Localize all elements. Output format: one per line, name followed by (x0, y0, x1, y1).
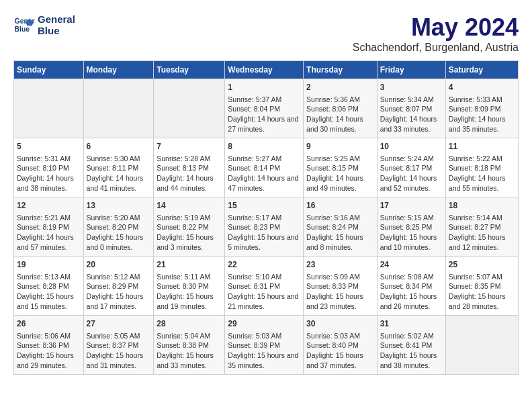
calendar-cell: 1Sunrise: 5:37 AMSunset: 8:04 PMDaylight… (225, 79, 304, 138)
weekday-header-row: Sunday Monday Tuesday Wednesday Thursday… (14, 61, 519, 79)
day-number: 24 (380, 259, 443, 271)
calendar-cell: 15Sunrise: 5:17 AMSunset: 8:23 PMDayligh… (225, 197, 304, 257)
calendar-cell (83, 79, 154, 138)
daylight-text: Daylight: 15 hours and 19 minutes. (157, 292, 214, 310)
calendar-table: Sunday Monday Tuesday Wednesday Thursday… (13, 60, 519, 375)
daylight-text: Daylight: 15 hours and 37 minutes. (306, 351, 363, 369)
daylight-text: Daylight: 15 hours and 38 minutes. (380, 351, 437, 369)
calendar-cell: 25Sunrise: 5:07 AMSunset: 8:35 PMDayligh… (445, 257, 518, 316)
calendar-cell: 20Sunrise: 5:12 AMSunset: 8:29 PMDayligh… (83, 257, 154, 316)
sunset-text: Sunset: 8:29 PM (87, 282, 139, 290)
calendar-cell: 19Sunrise: 5:13 AMSunset: 8:28 PMDayligh… (14, 257, 84, 316)
calendar-cell: 7Sunrise: 5:28 AMSunset: 8:13 PMDaylight… (154, 138, 225, 197)
svg-text:Blue: Blue (15, 26, 30, 33)
daylight-text: Daylight: 14 hours and 52 minutes. (380, 174, 437, 192)
sunrise-text: Sunrise: 5:36 AM (306, 95, 360, 103)
sunset-text: Sunset: 8:07 PM (380, 105, 433, 113)
sunset-text: Sunset: 8:09 PM (449, 105, 501, 113)
sunrise-text: Sunrise: 5:22 AM (449, 154, 502, 163)
day-number: 4 (449, 82, 515, 93)
sunset-text: Sunset: 8:28 PM (17, 282, 69, 290)
calendar-cell: 11Sunrise: 5:22 AMSunset: 8:18 PMDayligh… (445, 138, 518, 197)
day-number: 23 (306, 259, 374, 271)
daylight-text: Daylight: 15 hours and 0 minutes. (87, 233, 144, 251)
day-number: 8 (228, 141, 300, 152)
day-number: 12 (17, 200, 81, 212)
header-wednesday: Wednesday (225, 61, 304, 79)
daylight-text: Daylight: 15 hours and 35 minutes. (228, 351, 298, 369)
calendar-cell (14, 79, 84, 138)
logo: General Blue General Blue (13, 13, 75, 36)
calendar-cell: 17Sunrise: 5:15 AMSunset: 8:25 PMDayligh… (377, 197, 445, 257)
day-number: 6 (87, 141, 151, 152)
daylight-text: Daylight: 15 hours and 23 minutes. (306, 292, 363, 310)
daylight-text: Daylight: 14 hours and 30 minutes. (306, 115, 363, 133)
calendar-week-row: 5Sunrise: 5:31 AMSunset: 8:10 PMDaylight… (14, 138, 519, 197)
sunset-text: Sunset: 8:36 PM (17, 341, 69, 349)
daylight-text: Daylight: 14 hours and 44 minutes. (157, 174, 214, 192)
day-number: 26 (17, 318, 81, 330)
day-number: 20 (87, 259, 151, 271)
sunset-text: Sunset: 8:14 PM (228, 164, 280, 172)
daylight-text: Daylight: 14 hours and 47 minutes. (228, 174, 298, 192)
sunrise-text: Sunrise: 5:15 AM (380, 214, 434, 222)
daylight-text: Daylight: 15 hours and 15 minutes. (17, 292, 74, 310)
daylight-text: Daylight: 15 hours and 26 minutes. (380, 292, 437, 310)
day-number: 11 (449, 141, 515, 152)
calendar-cell: 13Sunrise: 5:20 AMSunset: 8:20 PMDayligh… (83, 197, 154, 257)
sunset-text: Sunset: 8:33 PM (306, 282, 359, 290)
daylight-text: Daylight: 15 hours and 8 minutes. (306, 233, 363, 251)
calendar-cell: 31Sunrise: 5:02 AMSunset: 8:41 PMDayligh… (377, 316, 445, 375)
sunrise-text: Sunrise: 5:24 AM (380, 154, 434, 163)
calendar-cell: 4Sunrise: 5:33 AMSunset: 8:09 PMDaylight… (445, 79, 518, 138)
sunset-text: Sunset: 8:27 PM (449, 223, 501, 231)
day-number: 18 (449, 200, 515, 212)
daylight-text: Daylight: 15 hours and 3 minutes. (157, 233, 214, 251)
sunrise-text: Sunrise: 5:34 AM (380, 95, 434, 103)
calendar-cell: 27Sunrise: 5:05 AMSunset: 8:37 PMDayligh… (83, 316, 154, 375)
day-number: 2 (306, 82, 374, 93)
header-friday: Friday (377, 61, 445, 79)
sunrise-text: Sunrise: 5:12 AM (87, 273, 140, 281)
day-number: 22 (228, 259, 300, 271)
daylight-text: Daylight: 15 hours and 5 minutes. (228, 233, 298, 251)
day-number: 15 (228, 200, 300, 212)
sunset-text: Sunset: 8:18 PM (449, 164, 501, 172)
sunset-text: Sunset: 8:11 PM (87, 164, 139, 172)
calendar-cell: 28Sunrise: 5:04 AMSunset: 8:38 PMDayligh… (154, 316, 225, 375)
daylight-text: Daylight: 14 hours and 35 minutes. (449, 115, 506, 133)
sunrise-text: Sunrise: 5:20 AM (87, 214, 140, 222)
sunrise-text: Sunrise: 5:14 AM (449, 214, 502, 222)
daylight-text: Daylight: 14 hours and 41 minutes. (87, 174, 144, 192)
daylight-text: Daylight: 14 hours and 33 minutes. (380, 115, 437, 133)
calendar-cell: 16Sunrise: 5:16 AMSunset: 8:24 PMDayligh… (304, 197, 378, 257)
page-header: General Blue General Blue May 2024 Schac… (13, 13, 519, 54)
calendar-cell: 10Sunrise: 5:24 AMSunset: 8:17 PMDayligh… (377, 138, 445, 197)
sunrise-text: Sunrise: 5:37 AM (228, 95, 281, 103)
sunset-text: Sunset: 8:38 PM (157, 341, 209, 349)
calendar-cell: 24Sunrise: 5:08 AMSunset: 8:34 PMDayligh… (377, 257, 445, 316)
sunrise-text: Sunrise: 5:33 AM (449, 95, 502, 103)
header-thursday: Thursday (304, 61, 378, 79)
sunrise-text: Sunrise: 5:28 AM (157, 154, 210, 163)
calendar-cell: 6Sunrise: 5:30 AMSunset: 8:11 PMDaylight… (83, 138, 154, 197)
sunset-text: Sunset: 8:41 PM (380, 341, 433, 349)
sunset-text: Sunset: 8:23 PM (228, 223, 280, 231)
header-sunday: Sunday (14, 61, 84, 79)
daylight-text: Daylight: 14 hours and 38 minutes. (17, 174, 74, 192)
sunrise-text: Sunrise: 5:30 AM (87, 154, 140, 163)
daylight-text: Daylight: 15 hours and 31 minutes. (87, 351, 144, 369)
month-title: May 2024 (353, 13, 519, 42)
sunrise-text: Sunrise: 5:16 AM (306, 214, 360, 222)
day-number: 25 (449, 259, 515, 271)
calendar-cell: 12Sunrise: 5:21 AMSunset: 8:19 PMDayligh… (14, 197, 84, 257)
sunrise-text: Sunrise: 5:02 AM (380, 332, 434, 340)
header-saturday: Saturday (445, 61, 518, 79)
calendar-cell: 9Sunrise: 5:25 AMSunset: 8:15 PMDaylight… (304, 138, 378, 197)
daylight-text: Daylight: 15 hours and 12 minutes. (449, 233, 506, 251)
day-number: 10 (380, 141, 443, 152)
day-number: 3 (380, 82, 443, 93)
sunset-text: Sunset: 8:17 PM (380, 164, 433, 172)
sunset-text: Sunset: 8:31 PM (228, 282, 280, 290)
calendar-cell: 14Sunrise: 5:19 AMSunset: 8:22 PMDayligh… (154, 197, 225, 257)
